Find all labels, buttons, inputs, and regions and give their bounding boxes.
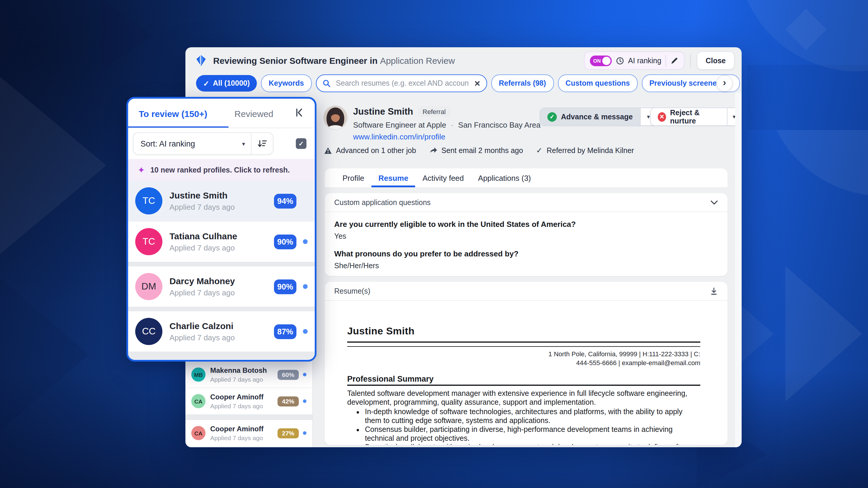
status-advanced: Advanced on 1 other job (324, 146, 416, 154)
question-1: Are you currently eligible to work in th… (334, 220, 718, 229)
candidate-name: Cooper Aminoff (210, 425, 278, 433)
select-all-checkbox[interactable]: ✓ (296, 138, 306, 149)
avatar: CA (191, 426, 206, 440)
resume-divider (347, 342, 700, 347)
filter-keywords[interactable]: Keywords (261, 75, 312, 92)
more-filters-button[interactable]: › (716, 75, 733, 92)
candidate-row[interactable]: DM Darcy Mahoney Applied 7 days ago 90% (128, 266, 315, 307)
window-header: Reviewing Senior Software Engineer in Ap… (185, 47, 742, 74)
warning-icon (324, 147, 332, 154)
candidate-applied: Applied 7 days ago (169, 333, 274, 342)
candidate-applied: Applied 7 days ago (210, 434, 278, 441)
avatar: TC (135, 228, 162, 255)
desktop-background: Reviewing Senior Software Engineer in Ap… (0, 0, 868, 488)
resume-section-title: Professional Summary (347, 375, 700, 386)
candidate-row[interactable]: CC Charlie Calzoni Applied 7 days ago 87… (128, 311, 315, 351)
candidate-applied: Applied 7 days ago (169, 288, 274, 297)
divider (690, 54, 691, 67)
clock-icon (616, 56, 624, 65)
ai-score-badge: 90% (274, 279, 297, 294)
candidate-name: Justine Smith (169, 190, 274, 200)
resume-bullet-list: In-depth knowledge of software technolog… (347, 408, 700, 445)
unread-dot (303, 399, 306, 403)
candidate-applied: Applied 7 days ago (169, 243, 274, 252)
avatar: CA (191, 394, 206, 408)
custom-questions-title: Custom application questions (334, 198, 431, 206)
candidate-applied: Applied 7 days ago (169, 203, 274, 211)
unread-dot (303, 431, 306, 435)
check-icon: ✓ (203, 79, 209, 88)
resume-document: Justine Smith 1 North Pole, California, … (325, 301, 727, 445)
list-separator (185, 415, 312, 420)
unread-dot (303, 329, 308, 334)
tab-to-review[interactable]: To review (150+) (139, 108, 207, 118)
advance-button-main[interactable]: ✓ Advance & message (540, 108, 640, 125)
candidate-header: Justine Smith Referral (353, 106, 451, 117)
candidate-applied: Applied 7 days ago (210, 402, 278, 409)
resume-search: ✕ (316, 75, 487, 92)
filter-referrals[interactable]: Referrals (98) (491, 75, 554, 92)
page-title-main: Reviewing Senior Software Engineer in (213, 56, 378, 65)
ai-score-badge: 42% (278, 396, 299, 406)
green-check-icon: ✓ (547, 112, 557, 121)
sparkle-icon: ✦ (137, 165, 145, 175)
red-cross-icon: ✕ (658, 112, 666, 121)
resume-bullet: Proactively collaborate with senior-leve… (365, 443, 700, 445)
chevron-right-icon: › (723, 77, 726, 89)
chevron-down-icon[interactable] (710, 200, 718, 205)
candidate-row[interactable]: TC Tatiana Culhane Applied 7 days ago 90… (128, 222, 315, 262)
filter-all[interactable]: ✓ All (10000) (196, 75, 257, 92)
resume-bullet: Consensus builder, participating in dive… (365, 425, 700, 442)
gem-logo-icon (195, 54, 207, 67)
refresh-banner[interactable]: ✦ 10 new ranked profiles. Click to refre… (128, 159, 315, 181)
tab-resume[interactable]: Resume (371, 168, 415, 187)
candidate-location: San Francisco Bay Area (458, 120, 540, 130)
close-button[interactable]: Close (697, 51, 735, 70)
unread-dot (303, 373, 306, 376)
candidate-row[interactable]: CA Cooper Aminoff Applied 7 days ago 42% (185, 388, 312, 415)
list-separator (128, 307, 315, 311)
candidate-status-row: Advanced on 1 other job Sent email 2 mon… (324, 146, 634, 155)
sort-select[interactable]: Sort: AI ranking (141, 139, 195, 148)
linkedin-profile-link[interactable]: www.linkedin.com/in/profile (353, 132, 445, 141)
referral-badge: Referral (418, 106, 450, 117)
candidate-row[interactable]: CA Cooper Aminoff Applied 7 days ago 27% (185, 420, 312, 447)
separator-dot: · (451, 120, 454, 130)
forward-arrow-icon (429, 146, 437, 154)
search-input[interactable] (335, 79, 470, 88)
to-review-panel: To review (150+) Reviewed Sort: AI ranki… (126, 97, 316, 362)
candidate-name: Charlie Calzoni (169, 321, 274, 331)
tab-activity-feed[interactable]: Activity feed (415, 168, 471, 187)
filter-custom-questions[interactable]: Custom questions (558, 75, 638, 92)
candidate-row-selected[interactable]: TC Justine Smith Applied 7 days ago 94% (128, 181, 315, 221)
ai-score-badge: 90% (274, 234, 297, 249)
answer-2: She/Her/Hers (334, 262, 718, 270)
candidate-row[interactable]: MB Makenna Botosh Applied 7 days ago 60% (185, 362, 312, 388)
avatar: TC (135, 187, 162, 214)
avatar: DM (135, 273, 162, 300)
sort-control: Sort: AI ranking ▾ (133, 132, 273, 155)
tab-applications[interactable]: Applications (3) (471, 168, 538, 187)
candidate-applied: Applied 7 days ago (210, 376, 278, 383)
tab-reviewed[interactable]: Reviewed (235, 108, 273, 118)
page-title: Reviewing Senior Software Engineer in Ap… (213, 56, 455, 65)
ai-ranking-toggle[interactable]: ON (590, 55, 612, 66)
ai-ranking-label: AI ranking (628, 56, 661, 65)
detail-tabs: Profile Resume Activity feed Application… (325, 168, 727, 188)
tab-profile[interactable]: Profile (335, 168, 371, 187)
collapse-panel-icon[interactable] (294, 108, 305, 120)
edit-pencil-icon[interactable] (670, 56, 678, 65)
clear-search-icon[interactable]: ✕ (474, 79, 480, 88)
sort-descending-icon[interactable] (252, 138, 273, 149)
avatar: CC (135, 318, 162, 345)
unread-dot (303, 284, 308, 289)
download-icon[interactable] (710, 287, 718, 295)
custom-questions-card: Custom application questions Are you cur… (325, 193, 727, 276)
portrait-image (323, 106, 347, 130)
candidate-name: Tatiana Culhane (169, 231, 274, 241)
scrollbar-gutter[interactable] (735, 93, 742, 447)
candidate-headline: Software Engineer at Apple · San Francis… (353, 120, 540, 130)
reject-button-main[interactable]: ✕ Reject & nurture (651, 108, 726, 125)
divider (665, 55, 666, 66)
ai-score-badge: 87% (274, 324, 297, 339)
